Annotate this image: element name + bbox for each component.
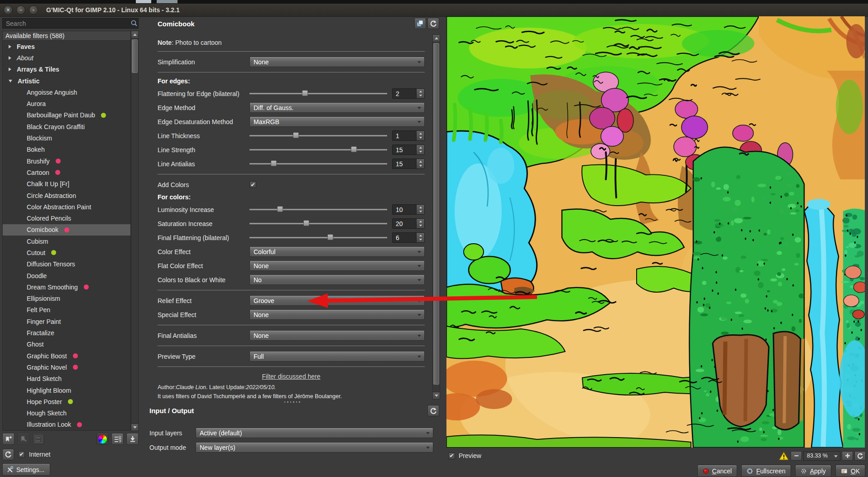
spin-down-icon[interactable] bbox=[419, 137, 422, 139]
preview-type-select[interactable]: Full bbox=[249, 351, 425, 361]
filter-category-faves[interactable]: Faves bbox=[3, 41, 130, 52]
search-input[interactable]: Search bbox=[2, 18, 139, 29]
spin-down-icon[interactable] bbox=[419, 239, 422, 241]
preview-checkbox[interactable]: ✔ bbox=[448, 453, 455, 459]
simplification-select[interactable]: None bbox=[249, 57, 425, 67]
filter-item-colored-pencils[interactable]: Colored Pencils bbox=[3, 212, 130, 224]
filter-item-comicbook[interactable]: Comicbook bbox=[3, 224, 130, 236]
filter-selection-mode-button[interactable] bbox=[111, 433, 124, 445]
input-layers-select[interactable]: Active (default) bbox=[196, 428, 433, 438]
flattening-for-edge-bilateral-slider[interactable] bbox=[249, 88, 387, 99]
line-thickness-slider[interactable] bbox=[249, 130, 387, 141]
zoom-out-button[interactable] bbox=[791, 451, 802, 461]
filter-item-circle-abstraction[interactable]: Circle Abstraction bbox=[3, 190, 130, 201]
minimize-window-button[interactable]: − bbox=[16, 5, 25, 14]
slider-handle[interactable] bbox=[277, 206, 283, 212]
filter-item-color-abstraction-paint[interactable]: Color Abstraction Paint bbox=[3, 201, 130, 212]
filter-item-ellipsionism[interactable]: Ellipsionism bbox=[3, 293, 130, 304]
filter-discussion-link[interactable]: Filter discussed here bbox=[262, 373, 320, 380]
chevron-collapsed-icon[interactable] bbox=[9, 45, 11, 48]
chevron-collapsed-icon[interactable] bbox=[9, 67, 11, 71]
slider-handle[interactable] bbox=[271, 160, 277, 166]
parameters-scrollbar[interactable] bbox=[432, 34, 440, 400]
filter-item-black-crayon-graffiti[interactable]: Black Crayon Graffiti bbox=[3, 121, 130, 132]
filter-category-arrays-tiles[interactable]: Arrays & Tiles bbox=[3, 64, 130, 75]
filter-item-cubism[interactable]: Cubism bbox=[3, 236, 130, 247]
slider-handle[interactable] bbox=[293, 132, 299, 138]
apply-button[interactable]: Apply bbox=[795, 465, 831, 477]
spin-up-icon[interactable] bbox=[419, 161, 422, 163]
spinner-arrows[interactable] bbox=[416, 89, 424, 98]
final-antialias-select[interactable]: None bbox=[249, 330, 425, 341]
spin-down-icon[interactable] bbox=[419, 95, 422, 96]
flat-color-effect-select[interactable]: None bbox=[249, 260, 425, 271]
luminosity-increase-slider[interactable] bbox=[249, 204, 387, 215]
chevron-expanded-icon[interactable] bbox=[9, 80, 12, 82]
edge-desaturation-method-select[interactable]: MaxRGB bbox=[249, 116, 425, 127]
filter-item-illustration-look[interactable]: Illustration Look bbox=[3, 419, 130, 430]
filter-item-aurora[interactable]: Aurora bbox=[3, 98, 130, 109]
line-strength-spinbox[interactable]: 15 bbox=[392, 145, 425, 155]
filter-item-hough-sketch[interactable]: Hough Sketch bbox=[3, 408, 130, 419]
spin-up-icon[interactable] bbox=[419, 91, 422, 92]
fullscreen-button[interactable]: Fullscreen bbox=[741, 465, 791, 477]
line-antialias-slider[interactable] bbox=[249, 159, 387, 169]
remove-fave-button[interactable] bbox=[17, 433, 29, 445]
scroll-down-button[interactable] bbox=[433, 392, 440, 399]
slider-handle[interactable] bbox=[351, 146, 357, 152]
add-fave-button[interactable] bbox=[2, 433, 14, 445]
filter-category-artistic[interactable]: Artistic bbox=[3, 75, 130, 87]
refresh-filters-button[interactable] bbox=[2, 449, 14, 460]
slider-handle[interactable] bbox=[302, 90, 308, 96]
final-flattening-bilateral-spinbox[interactable]: 6 bbox=[392, 232, 425, 243]
filter-list-scrollbar[interactable] bbox=[131, 31, 139, 431]
filter-item-brushify[interactable]: Brushify bbox=[3, 155, 130, 167]
filter-item-hard-sketch[interactable]: Hard Sketch bbox=[3, 373, 130, 385]
filter-item-fractalize[interactable]: Fractalize bbox=[3, 327, 130, 338]
filter-item-dream-smoothing[interactable]: Dream Smoothing bbox=[3, 281, 130, 293]
cancel-button[interactable]: Cancel bbox=[697, 465, 738, 477]
zoom-level-select[interactable]: 83.33 % bbox=[803, 451, 840, 461]
spinner-arrows[interactable] bbox=[416, 205, 424, 214]
preview-image[interactable] bbox=[446, 16, 865, 448]
scroll-up-button[interactable] bbox=[131, 31, 138, 39]
spinner-arrows[interactable] bbox=[416, 145, 424, 154]
luminosity-increase-spinbox[interactable]: 10 bbox=[392, 204, 425, 215]
filter-item-graphic-boost[interactable]: Graphic Boost bbox=[3, 350, 130, 361]
scroll-down-button[interactable] bbox=[131, 424, 138, 431]
spin-up-icon[interactable] bbox=[419, 221, 422, 222]
add-colors-checkbox[interactable]: ✔ bbox=[249, 181, 256, 188]
slider-handle[interactable] bbox=[303, 220, 309, 226]
edge-method-select[interactable]: Diff. of Gauss. bbox=[249, 102, 425, 113]
chevron-collapsed-icon[interactable] bbox=[9, 56, 11, 60]
filter-item-cartoon[interactable]: Cartoon bbox=[3, 167, 130, 178]
filter-item-felt-pen[interactable]: Felt Pen bbox=[3, 304, 130, 316]
filter-item-barbouillage-paint-daub[interactable]: Barbouillage Paint Daub bbox=[3, 110, 130, 121]
zoom-in-button[interactable] bbox=[842, 451, 853, 461]
spin-down-icon[interactable] bbox=[419, 165, 422, 167]
line-thickness-spinbox[interactable]: 1 bbox=[392, 130, 425, 141]
close-window-button[interactable]: × bbox=[4, 5, 13, 14]
ok-button[interactable]: OK bbox=[835, 465, 865, 477]
spin-down-icon[interactable] bbox=[419, 151, 422, 153]
rename-fave-button[interactable]: Abc Def bbox=[32, 433, 44, 445]
spinner-arrows[interactable] bbox=[416, 233, 424, 242]
filter-item-doodle[interactable]: Doodle bbox=[3, 270, 130, 281]
spinner-arrows[interactable] bbox=[416, 131, 424, 140]
filter-item-highlight-bloom[interactable]: Highlight Bloom bbox=[3, 385, 130, 396]
slider-handle[interactable] bbox=[327, 234, 333, 240]
spin-up-icon[interactable] bbox=[419, 207, 422, 208]
spin-down-icon[interactable] bbox=[419, 225, 422, 226]
scroll-up-button[interactable] bbox=[433, 35, 440, 42]
relief-effect-select[interactable]: Groove bbox=[249, 295, 425, 306]
spin-up-icon[interactable] bbox=[419, 235, 422, 236]
filter-item-hope-poster[interactable]: Hope Poster bbox=[3, 396, 130, 407]
scrollbar-thumb[interactable] bbox=[132, 39, 138, 73]
download-filters-button[interactable] bbox=[126, 433, 139, 445]
flattening-for-edge-bilateral-spinbox[interactable]: 2 bbox=[392, 88, 425, 99]
spin-up-icon[interactable] bbox=[419, 147, 422, 149]
filter-item-angoisse-anguish[interactable]: Angoisse Anguish bbox=[3, 87, 130, 98]
saturation-increase-spinbox[interactable]: 20 bbox=[392, 218, 425, 229]
copy-command-button[interactable] bbox=[414, 18, 426, 29]
filter-item-cutout[interactable]: Cutout bbox=[3, 247, 130, 258]
